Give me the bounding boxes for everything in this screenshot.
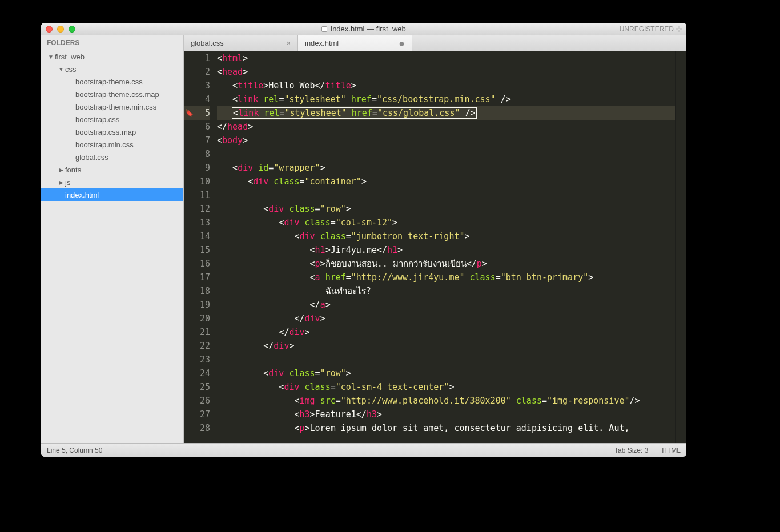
line-number[interactable]: 1	[184, 51, 210, 65]
tree-item-label: bootstrap-theme.css.map	[75, 90, 159, 99]
code-line[interactable]: <div class="jumbotron text-right">	[217, 229, 675, 243]
code-line[interactable]: <div class="col-sm-4 text-center">	[217, 380, 675, 394]
expand-icon[interactable]	[676, 26, 682, 32]
code-line[interactable]	[217, 147, 675, 161]
code-area[interactable]: <html><head> <title>Hello Web</title> <l…	[215, 51, 675, 443]
code-line[interactable]: <h1>Jir4yu.me</h1>	[217, 243, 675, 257]
line-number[interactable]: 7	[184, 134, 210, 147]
code-line[interactable]: <html>	[217, 51, 675, 65]
code-line[interactable]: </div>	[217, 325, 675, 339]
line-number[interactable]: 8	[184, 147, 210, 161]
minimize-window-button[interactable]	[57, 26, 64, 33]
minimap[interactable]	[675, 51, 686, 443]
code-line[interactable]: </div>	[217, 312, 675, 325]
tab-bar[interactable]: global.css×index.html●	[184, 35, 686, 51]
chevron-right-icon[interactable]: ▶	[58, 179, 64, 186]
code-line[interactable]: ฉันทำอะไร?	[217, 284, 675, 298]
code-line[interactable]: <link rel="stylesheet" href="css/global.…	[217, 106, 675, 120]
tree-item[interactable]: global.css	[41, 151, 183, 163]
chevron-right-icon[interactable]: ▶	[58, 167, 64, 173]
tree-item-label: fonts	[65, 166, 81, 174]
status-position[interactable]: Line 5, Column 50	[47, 446, 102, 454]
tree-item-label: bootstrap-theme.min.css	[75, 103, 156, 111]
code-line[interactable]: <div class="container">	[217, 175, 675, 188]
sidebar[interactable]: FOLDERS ▼first_web▼cssbootstrap-theme.cs…	[41, 35, 184, 443]
tree-item-label: first_web	[55, 53, 85, 61]
line-number[interactable]: 9	[184, 161, 210, 175]
status-bar[interactable]: Line 5, Column 50 Tab Size: 3 HTML	[41, 443, 686, 457]
line-number[interactable]: 2	[184, 65, 210, 79]
code-line[interactable]: <a href="http://www.jir4yu.me" class="bt…	[217, 271, 675, 284]
chevron-down-icon[interactable]: ▼	[58, 66, 64, 72]
sidebar-heading: FOLDERS	[41, 35, 183, 50]
line-number[interactable]: 20	[184, 312, 210, 325]
tree-item[interactable]: ▼css	[41, 63, 183, 75]
line-number[interactable]: 18	[184, 284, 210, 298]
code-line[interactable]: <p>Lorem ipsum dolor sit amet, consectet…	[217, 421, 675, 435]
tree-item[interactable]: bootstrap.min.css	[41, 138, 183, 151]
line-number[interactable]: 6	[184, 120, 210, 134]
line-number[interactable]: 4	[184, 92, 210, 106]
line-number[interactable]: 15	[184, 243, 210, 257]
line-number[interactable]: 3	[184, 79, 210, 92]
tree-item[interactable]: bootstrap-theme.css.map	[41, 88, 183, 100]
tree-item[interactable]: ▶fonts	[41, 163, 183, 176]
line-gutter[interactable]: 12345🔖6789101112131415161718192021222324…	[184, 51, 215, 443]
close-tab-icon[interactable]: ×	[279, 39, 291, 47]
line-number[interactable]: 5🔖	[184, 106, 210, 120]
line-number[interactable]: 26	[184, 394, 210, 408]
status-tab-size[interactable]: Tab Size: 3	[614, 446, 648, 454]
code-line[interactable]: </a>	[217, 298, 675, 312]
tree-item[interactable]: ▼first_web	[41, 50, 183, 63]
traffic-lights	[46, 26, 75, 33]
line-number[interactable]: 27	[184, 408, 210, 421]
code-line[interactable]: <title>Hello Web</title>	[217, 79, 675, 92]
tree-item[interactable]: bootstrap.css	[41, 113, 183, 126]
titlebar[interactable]: index.html — first_web UNREGISTERED	[41, 23, 686, 35]
code-line[interactable]: <div class="row">	[217, 202, 675, 216]
folder-tree[interactable]: ▼first_web▼cssbootstrap-theme.cssbootstr…	[41, 50, 183, 443]
tab[interactable]: index.html●	[298, 35, 412, 51]
line-number[interactable]: 16	[184, 257, 210, 271]
tab[interactable]: global.css×	[184, 35, 298, 51]
code-line[interactable]: <img src="http://www.placehold.it/380x20…	[217, 394, 675, 408]
chevron-down-icon[interactable]: ▼	[48, 54, 54, 60]
line-number[interactable]: 22	[184, 339, 210, 353]
code-line[interactable]: </head>	[217, 120, 675, 134]
code-line[interactable]: <div class="col-sm-12">	[217, 216, 675, 229]
tree-item[interactable]: bootstrap-theme.css	[41, 75, 183, 88]
line-number[interactable]: 23	[184, 353, 210, 366]
code-line[interactable]: <div id="wrapper">	[217, 161, 675, 175]
editor[interactable]: 12345🔖6789101112131415161718192021222324…	[184, 51, 686, 443]
tree-item-label: global.css	[75, 153, 108, 162]
line-number[interactable]: 25	[184, 380, 210, 394]
code-line[interactable]: <div class="row">	[217, 366, 675, 380]
unregistered-badge: UNREGISTERED	[620, 25, 682, 33]
line-number[interactable]: 12	[184, 202, 210, 216]
line-number[interactable]: 11	[184, 188, 210, 202]
line-number[interactable]: 24	[184, 366, 210, 380]
code-line[interactable]: <link rel="stylesheet" href="css/bootstr…	[217, 92, 675, 106]
code-line[interactable]: <p>ก็ชอบงานสอน.. มากกว่ารับงานเขียน</p>	[217, 257, 675, 271]
line-number[interactable]: 28	[184, 421, 210, 435]
status-syntax[interactable]: HTML	[662, 446, 681, 454]
line-number[interactable]: 13	[184, 216, 210, 229]
zoom-window-button[interactable]	[69, 26, 75, 33]
tree-item-label: bootstrap.min.css	[75, 140, 134, 149]
tree-item[interactable]: ▶js	[41, 176, 183, 188]
line-number[interactable]: 21	[184, 325, 210, 339]
code-line[interactable]	[217, 353, 675, 366]
code-line[interactable]: <head>	[217, 65, 675, 79]
code-line[interactable]: <body>	[217, 134, 675, 147]
tree-item[interactable]: bootstrap-theme.min.css	[41, 100, 183, 113]
tree-item[interactable]: index.html	[41, 188, 183, 201]
tree-item[interactable]: bootstrap.css.map	[41, 126, 183, 138]
line-number[interactable]: 19	[184, 298, 210, 312]
close-window-button[interactable]	[46, 26, 53, 33]
line-number[interactable]: 14	[184, 229, 210, 243]
line-number[interactable]: 10	[184, 175, 210, 188]
code-line[interactable]: <h3>Feature1</h3>	[217, 408, 675, 421]
code-line[interactable]: </div>	[217, 339, 675, 353]
line-number[interactable]: 17	[184, 271, 210, 284]
code-line[interactable]	[217, 188, 675, 202]
